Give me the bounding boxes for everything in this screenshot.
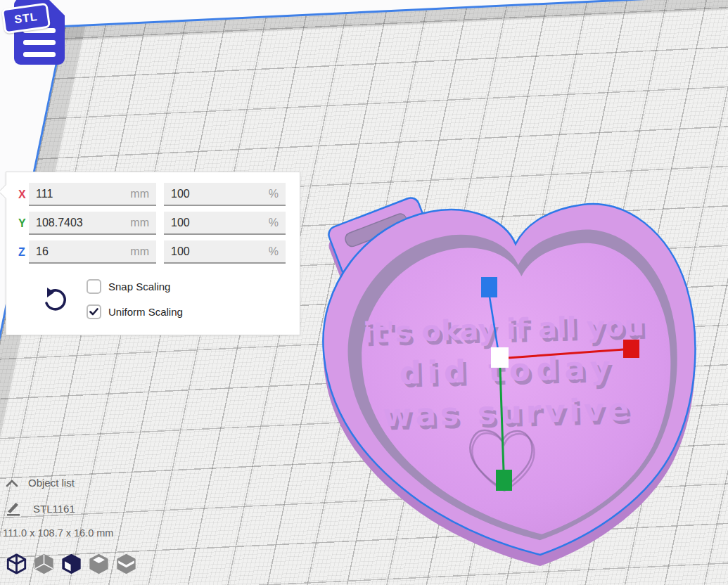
z-percent-input[interactable]: 100 % bbox=[164, 240, 286, 264]
gizmo-x-handle[interactable] bbox=[623, 340, 639, 358]
reset-scale-button[interactable] bbox=[39, 283, 68, 313]
x-percent-value: 100 bbox=[171, 188, 190, 200]
object-list-header: Object list bbox=[28, 477, 75, 489]
gizmo-z-handle[interactable] bbox=[481, 277, 497, 297]
object-list-item[interactable]: STL1161 bbox=[6, 501, 75, 516]
x-percent-input[interactable]: 100 % bbox=[164, 183, 286, 206]
checkmark-icon bbox=[89, 308, 98, 316]
x-percent-unit: % bbox=[269, 188, 279, 200]
z-percent-value: 100 bbox=[171, 245, 190, 258]
scale-row-y: Y 108.7403 mm 100 % bbox=[6, 212, 300, 236]
solid-cube-view-icon[interactable] bbox=[33, 553, 55, 575]
3d-slicer-viewport: it's okay if all you it's okay if all yo… bbox=[0, 0, 728, 585]
object-item-name: STL1161 bbox=[33, 503, 75, 515]
y-percent-input[interactable]: 100 % bbox=[164, 212, 286, 235]
gizmo-y-handle[interactable] bbox=[496, 470, 512, 491]
stl-folded-corner bbox=[47, 0, 65, 16]
chevron-up-icon bbox=[6, 479, 18, 487]
x-mm-value: 111 bbox=[36, 188, 53, 200]
gizmo-center-handle[interactable] bbox=[491, 347, 509, 368]
svg-text:was survive: was survive bbox=[383, 391, 630, 433]
object-list-toggle[interactable]: Object list bbox=[6, 477, 75, 489]
y-mm-input[interactable]: 108.7403 mm bbox=[29, 212, 156, 235]
stl-file-icon[interactable]: STL bbox=[3, 0, 70, 69]
uniform-scaling-row: Uniform Scaling bbox=[87, 303, 183, 320]
y-percent-value: 100 bbox=[171, 217, 190, 229]
z-mm-unit: mm bbox=[130, 245, 149, 258]
scale-row-x: X 111 mm 100 % bbox=[6, 183, 300, 207]
uniform-scaling-label: Uniform Scaling bbox=[108, 306, 183, 318]
snap-scaling-label: Snap Scaling bbox=[108, 281, 170, 292]
y-mm-unit: mm bbox=[130, 217, 149, 229]
top-open-cube-view-icon[interactable] bbox=[88, 553, 110, 575]
wireframe-cube-view-icon[interactable] bbox=[6, 553, 27, 575]
y-mm-value: 108.7403 bbox=[36, 217, 83, 229]
x-mm-unit: mm bbox=[130, 188, 149, 200]
uniform-scaling-checkbox[interactable] bbox=[87, 304, 101, 319]
edit-pencil-icon bbox=[6, 501, 21, 516]
scale-row-z: Z 16 mm 100 % bbox=[6, 240, 300, 265]
model-dimensions-readout: 111.0 x 108.7 x 16.0 mm bbox=[3, 527, 113, 539]
z-mm-value: 16 bbox=[36, 245, 49, 258]
z-percent-unit: % bbox=[269, 245, 279, 258]
view-mode-toolbar bbox=[6, 553, 137, 575]
snap-scaling-row: Snap Scaling bbox=[87, 278, 170, 295]
x-mm-input[interactable]: 111 mm bbox=[29, 183, 156, 206]
z-mm-input[interactable]: 16 mm bbox=[29, 240, 156, 264]
y-percent-unit: % bbox=[269, 217, 279, 229]
layer-cube-view-icon[interactable] bbox=[115, 553, 137, 575]
reset-counterclockwise-icon bbox=[39, 283, 68, 313]
scale-tool-panel: X 111 mm 100 % Y 108.7403 mm 100 % Z bbox=[6, 172, 300, 335]
open-cube-view-icon[interactable] bbox=[60, 553, 82, 575]
snap-scaling-checkbox[interactable] bbox=[87, 279, 101, 294]
